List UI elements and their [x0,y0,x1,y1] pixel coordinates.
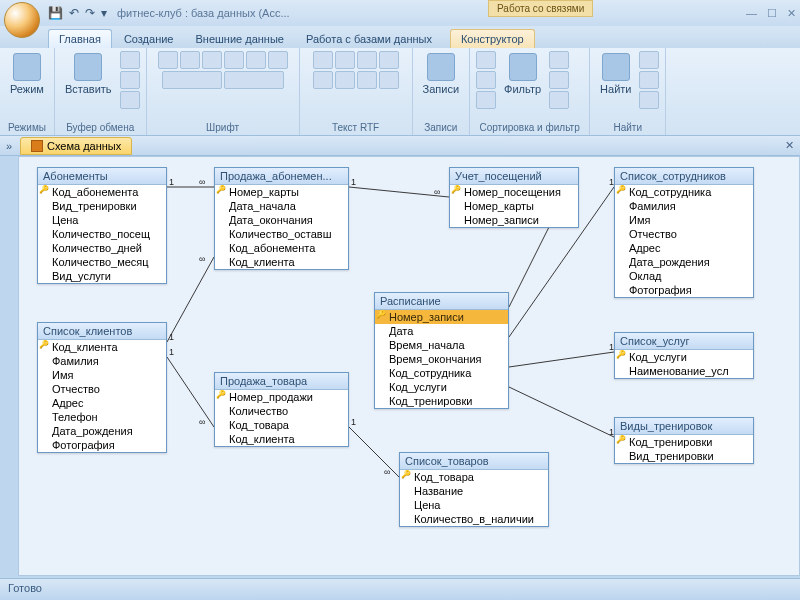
view-icon [13,53,41,81]
table-uchet-poseshcheniy[interactable]: Учет_посещений Номер_посещения Номер_кар… [449,167,579,228]
office-button[interactable] [4,2,40,38]
svg-text:1: 1 [169,347,174,357]
font-color-button[interactable] [162,71,222,89]
svg-text:∞: ∞ [199,177,205,187]
svg-text:1: 1 [351,417,356,427]
group-richtext: Текст RTF [300,48,413,135]
qat-more-icon[interactable]: ▾ [101,6,107,20]
svg-line-15 [349,427,399,477]
table-spisok-sotrudnikov[interactable]: Список_сотрудников Код_сотрудника Фамили… [614,167,754,298]
group-records: Записи Записи [413,48,471,135]
align-center-button[interactable] [246,51,266,69]
object-tab-relationships[interactable]: Схема данных [20,137,132,155]
svg-text:∞: ∞ [199,254,205,264]
records-button[interactable]: Записи [419,51,464,97]
format-painter-button[interactable] [120,91,140,109]
svg-line-6 [167,357,214,427]
table-spisok-klientov[interactable]: Список_клиентов Код_клиента Фамилия Имя … [37,322,167,453]
tab-home[interactable]: Главная [48,29,112,48]
table-vidy-trenirovok[interactable]: Виды_тренировок Код_тренировки Вид_трени… [614,417,754,464]
paste-icon [74,53,102,81]
filter-button[interactable]: Фильтр [500,51,545,97]
table-prodazha-abonementov[interactable]: Продажа_абонемен... Номер_карты Дата_нач… [214,167,349,270]
object-tab-bar: » Схема данных ✕ [0,136,800,156]
ribbon: Режим Режимы Вставить Буфер обмена Шрифт… [0,48,800,136]
underline-button[interactable] [202,51,222,69]
group-find: Найти Найти [590,48,666,135]
align-right-button[interactable] [268,51,288,69]
clear-sort-button[interactable] [476,91,496,109]
status-text: Готово [8,582,42,594]
close-icon[interactable]: ✕ [787,7,796,20]
group-sort-filter: Фильтр Сортировка и фильтр [470,48,590,135]
tab-designer[interactable]: Конструктор [450,29,535,48]
table-prodazha-tovara[interactable]: Продажа_товара Номер_продажи Количество … [214,372,349,447]
status-bar: Готово [0,578,800,600]
svg-line-21 [509,352,614,367]
svg-text:∞: ∞ [384,467,390,477]
italic-button[interactable] [180,51,200,69]
svg-text:∞: ∞ [434,187,440,197]
records-icon [427,53,455,81]
bold-button[interactable] [158,51,178,69]
relationships-canvas[interactable]: 1∞ 1∞ 1∞ 1∞ 1∞ 1∞ ∞1 ∞1 ∞1 Абонементы Ко… [18,156,800,576]
find-icon [602,53,630,81]
table-abonementy[interactable]: Абонементы Код_абонемента Вид_тренировки… [37,167,167,284]
table-spisok-uslug[interactable]: Список_услуг Код_услуги Наименование_усл [614,332,754,379]
table-spisok-tovarov[interactable]: Список_товаров Код_товара Название Цена … [399,452,549,527]
contextual-tab-caption: Работа со связями [488,0,593,17]
undo-icon[interactable]: ↶ [69,6,79,20]
ribbon-tabs: Главная Создание Внешние данные Работа с… [0,26,800,48]
copy-button[interactable] [120,71,140,89]
window-title: фитнес-клуб : база данных (Acc... [117,7,290,19]
svg-text:1: 1 [169,177,174,187]
table-raspisanie[interactable]: Расписание Номер_записи Дата Время_начал… [374,292,509,409]
fill-color-button[interactable] [224,71,284,89]
svg-text:1: 1 [169,332,174,342]
redo-icon[interactable]: ↷ [85,6,95,20]
find-button[interactable]: Найти [596,51,635,97]
group-clipboard: Вставить Буфер обмена [55,48,147,135]
title-bar: 💾 ↶ ↷ ▾ фитнес-клуб : база данных (Acc..… [0,0,800,26]
align-left-button[interactable] [224,51,244,69]
relationships-icon [31,140,43,152]
svg-text:1: 1 [351,177,356,187]
save-icon[interactable]: 💾 [48,6,63,20]
object-close-icon[interactable]: ✕ [785,139,794,152]
paste-button[interactable]: Вставить [61,51,116,97]
tab-database-tools[interactable]: Работа с базами данных [296,30,442,48]
restore-icon[interactable]: ☐ [767,7,777,20]
group-font: Шрифт [147,48,300,135]
svg-text:∞: ∞ [199,417,205,427]
tab-external-data[interactable]: Внешние данные [186,30,294,48]
view-button[interactable]: Режим [6,51,48,97]
group-modes: Режим Режимы [0,48,55,135]
minimize-icon[interactable]: — [746,7,757,20]
sort-asc-button[interactable] [476,51,496,69]
svg-line-24 [509,387,614,437]
sort-desc-button[interactable] [476,71,496,89]
tab-create[interactable]: Создание [114,30,184,48]
quick-access-toolbar: 💾 ↶ ↷ ▾ [48,6,107,20]
filter-icon [509,53,537,81]
svg-line-3 [167,257,214,342]
cut-button[interactable] [120,51,140,69]
svg-line-9 [349,187,449,197]
nav-pane-toggle[interactable]: » [0,140,18,152]
